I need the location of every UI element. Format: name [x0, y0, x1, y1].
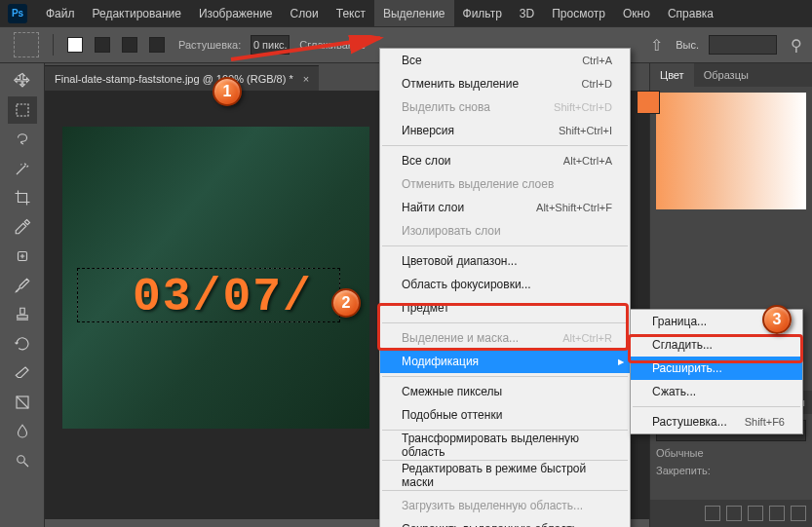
menu-3d[interactable]: 3D — [511, 0, 543, 26]
menu-load-selection: Загрузить выделенную область... — [380, 494, 630, 517]
foreground-color-swatch[interactable] — [637, 91, 660, 114]
menu-modify-contract[interactable]: Сжать... — [631, 380, 802, 403]
top-right-controls: ⇧ Выс. ⚲ — [646, 35, 806, 55]
callout-2: 2 — [331, 288, 361, 318]
menu-find-layers[interactable]: Найти слоиAlt+Shift+Ctrl+F — [380, 196, 630, 219]
menu-focus-area[interactable]: Область фокусировки... — [380, 273, 630, 296]
menu-similar[interactable]: Подобные оттенки — [380, 403, 630, 427]
feather-input[interactable] — [251, 35, 290, 55]
menu-modify-smooth[interactable]: Сгладить... — [631, 333, 802, 357]
menu-modify-feather[interactable]: Растушевка...Shift+F6 — [631, 410, 802, 433]
dodge-tool[interactable] — [8, 447, 37, 474]
search-icon[interactable]: ⚲ — [787, 35, 806, 55]
share-icon[interactable]: ⇧ — [646, 35, 666, 55]
selection-mode-sub[interactable] — [122, 37, 137, 53]
menu-inverse[interactable]: ИнверсияShift+Ctrl+I — [380, 119, 630, 142]
selection-mode-add[interactable] — [95, 37, 110, 53]
menu-color-range[interactable]: Цветовой диапазон... — [380, 249, 630, 273]
menu-filter[interactable]: Фильтр — [454, 0, 511, 26]
menu-modify-expand[interactable]: Расширить... — [631, 357, 802, 380]
selection-mode-intersect[interactable] — [149, 37, 165, 53]
search-label: Выс. — [676, 39, 699, 51]
menu-modify[interactable]: Модификация — [380, 350, 630, 373]
color-panel-tab[interactable]: Цвет — [650, 63, 694, 87]
magic-wand-tool[interactable] — [8, 155, 37, 182]
crop-tool[interactable] — [8, 184, 37, 211]
layers-footer — [650, 500, 812, 527]
lock-label: Закрепить: — [656, 465, 806, 476]
menu-select-and-mask[interactable]: Выделение и маска...Alt+Ctrl+R — [380, 326, 630, 350]
antialias-label: Сглаживание — [299, 39, 366, 51]
menu-isolate-layers: Изолировать слои — [380, 219, 630, 243]
marquee-tool[interactable] — [8, 96, 37, 124]
app-icon: Ps — [8, 4, 27, 23]
menu-select-all[interactable]: ВсеCtrl+A — [380, 49, 630, 72]
new-layer-icon[interactable] — [769, 506, 785, 521]
lasso-tool[interactable] — [8, 126, 37, 153]
document-title: Final-date-stamp-faststone.jpg @ 100% (R… — [55, 73, 293, 85]
menu-help[interactable]: Справка — [659, 0, 722, 26]
menu-edit[interactable]: Редактирование — [84, 0, 190, 26]
history-brush-tool[interactable] — [8, 330, 37, 358]
link-layers-icon[interactable] — [705, 506, 720, 521]
close-tab-icon[interactable]: × — [303, 73, 309, 85]
search-field[interactable] — [709, 35, 777, 55]
blur-tool[interactable] — [8, 418, 37, 445]
svg-point-3 — [17, 456, 24, 464]
select-menu-dropdown: ВсеCtrl+A Отменить выделениеCtrl+D Выдел… — [379, 48, 631, 527]
menu-select[interactable]: Выделение — [374, 0, 454, 26]
menu-transform-selection[interactable]: Трансформировать выделенную область — [380, 433, 630, 457]
tool-preset-icon[interactable] — [14, 32, 39, 57]
menu-deselect[interactable]: Отменить выделениеCtrl+D — [380, 72, 630, 95]
document-tab[interactable]: Final-date-stamp-faststone.jpg @ 100% (R… — [45, 65, 319, 91]
menu-reselect: Выделить сноваShift+Ctrl+D — [380, 95, 630, 119]
menu-image[interactable]: Изображение — [190, 0, 282, 26]
swatches-panel-tab[interactable]: Образцы — [694, 63, 758, 87]
feather-label: Растушевка: — [178, 39, 241, 51]
selection-mode-new[interactable] — [67, 37, 83, 53]
color-picker[interactable] — [656, 93, 806, 209]
svg-rect-0 — [17, 104, 28, 116]
stamp-tool[interactable] — [8, 301, 37, 328]
menu-grow[interactable]: Смежные пикселы — [380, 380, 630, 403]
menubar: Ps Файл Редактирование Изображение Слои … — [0, 0, 812, 26]
callout-3: 3 — [762, 305, 792, 334]
move-tool[interactable] — [8, 67, 37, 94]
menu-view[interactable]: Просмотр — [543, 0, 614, 26]
menu-type[interactable]: Текст — [328, 0, 374, 26]
fx-icon[interactable] — [726, 506, 742, 521]
document-canvas[interactable]: 03/07/ — [62, 127, 369, 429]
trash-icon[interactable] — [791, 506, 806, 521]
mask-icon[interactable] — [748, 506, 763, 521]
blend-mode-label: Обычные — [656, 447, 806, 459]
menu-quick-mask[interactable]: Редактировать в режиме быстрой маски — [380, 464, 630, 487]
callout-1: 1 — [213, 77, 242, 106]
toolbox — [0, 63, 45, 527]
menu-file[interactable]: Файл — [37, 0, 84, 26]
right-panels: Цвет Образцы Слои Каналы Контуры Q Вид О… — [649, 63, 812, 527]
menu-save-selection[interactable]: Сохранить выделенную область... — [380, 517, 630, 527]
menu-window[interactable]: Окно — [614, 0, 659, 26]
menu-layer[interactable]: Слои — [282, 0, 328, 26]
eyedropper-tool[interactable] — [8, 213, 37, 241]
brush-tool[interactable] — [8, 272, 37, 299]
menu-all-layers[interactable]: Все слоиAlt+Ctrl+A — [380, 149, 630, 172]
selection-marquee — [77, 268, 340, 322]
eraser-tool[interactable] — [8, 359, 37, 387]
menu-deselect-layers: Отменить выделение слоев — [380, 172, 630, 196]
heal-tool[interactable] — [8, 243, 37, 270]
gradient-tool[interactable] — [8, 389, 37, 416]
menu-subject[interactable]: Предмет — [380, 296, 630, 320]
